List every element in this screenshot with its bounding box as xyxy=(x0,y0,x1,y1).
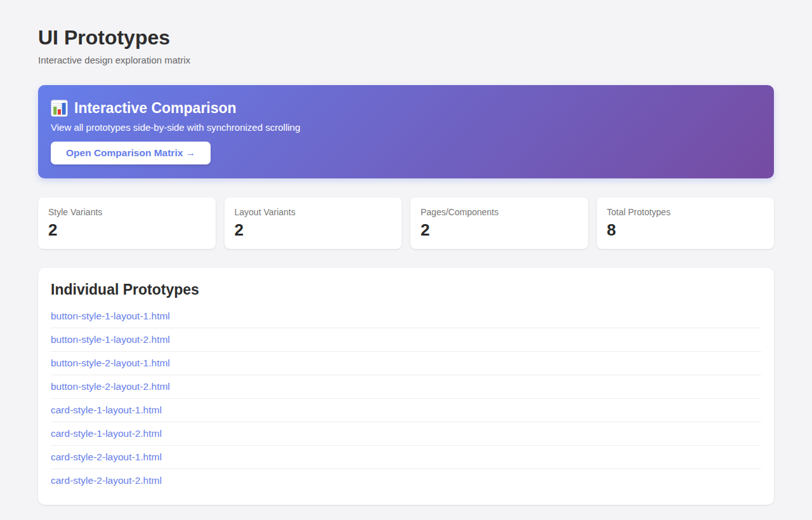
page-title: UI Prototypes xyxy=(38,25,774,50)
stat-value: 8 xyxy=(607,220,764,239)
stat-label: Style Variants xyxy=(48,207,206,217)
stat-card-total-prototypes: Total Prototypes 8 xyxy=(597,197,775,249)
prototype-list: button-style-1-layout-1.html button-styl… xyxy=(51,305,761,492)
prototype-list-item: button-style-2-layout-1.html xyxy=(51,352,761,375)
page-container: UI Prototypes Interactive design explora… xyxy=(0,0,812,520)
prototype-list-item: card-style-1-layout-1.html xyxy=(51,399,761,422)
prototype-list-item: button-style-1-layout-2.html xyxy=(51,328,761,352)
comparison-banner: Interactive Comparison View all prototyp… xyxy=(38,85,774,178)
open-comparison-button[interactable]: Open Comparison Matrix → xyxy=(51,142,211,164)
stat-label: Total Prototypes xyxy=(607,207,764,217)
banner-title-text: Interactive Comparison xyxy=(74,99,237,117)
prototype-link[interactable]: card-style-1-layout-2.html xyxy=(51,422,761,445)
list-heading: Individual Prototypes xyxy=(51,281,761,298)
stat-value: 2 xyxy=(421,220,578,239)
prototype-link[interactable]: card-style-2-layout-1.html xyxy=(51,446,761,469)
stats-row: Style Variants 2 Layout Variants 2 Pages… xyxy=(38,197,774,249)
page-subtitle: Interactive design exploration matrix xyxy=(38,55,774,65)
banner-description: View all prototypes side-by-side with sy… xyxy=(51,122,761,133)
stat-card-layout-variants: Layout Variants 2 xyxy=(225,197,402,249)
stat-card-pages-components: Pages/Components 2 xyxy=(410,197,588,249)
prototype-link[interactable]: button-style-1-layout-2.html xyxy=(51,328,761,351)
prototype-link[interactable]: card-style-1-layout-1.html xyxy=(51,399,761,422)
prototype-list-item: button-style-2-layout-2.html xyxy=(51,375,761,399)
stat-card-style-variants: Style Variants 2 xyxy=(38,197,216,249)
stat-label: Layout Variants xyxy=(235,207,392,217)
stat-label: Pages/Components xyxy=(421,207,578,217)
bar-chart-icon xyxy=(51,100,68,117)
stat-value: 2 xyxy=(48,220,206,239)
prototype-list-item: button-style-1-layout-1.html xyxy=(51,305,761,328)
prototype-link[interactable]: button-style-2-layout-1.html xyxy=(51,352,761,375)
individual-prototypes-card: Individual Prototypes button-style-1-lay… xyxy=(38,268,774,505)
prototype-link[interactable]: card-style-2-layout-2.html xyxy=(51,469,761,492)
prototype-list-item: card-style-2-layout-1.html xyxy=(51,446,761,469)
banner-title: Interactive Comparison xyxy=(51,99,761,117)
prototype-link[interactable]: button-style-2-layout-2.html xyxy=(51,375,761,398)
prototype-link[interactable]: button-style-1-layout-1.html xyxy=(51,305,761,328)
prototype-list-item: card-style-1-layout-2.html xyxy=(51,422,761,446)
prototype-list-item: card-style-2-layout-2.html xyxy=(51,469,761,492)
stat-value: 2 xyxy=(235,220,392,239)
